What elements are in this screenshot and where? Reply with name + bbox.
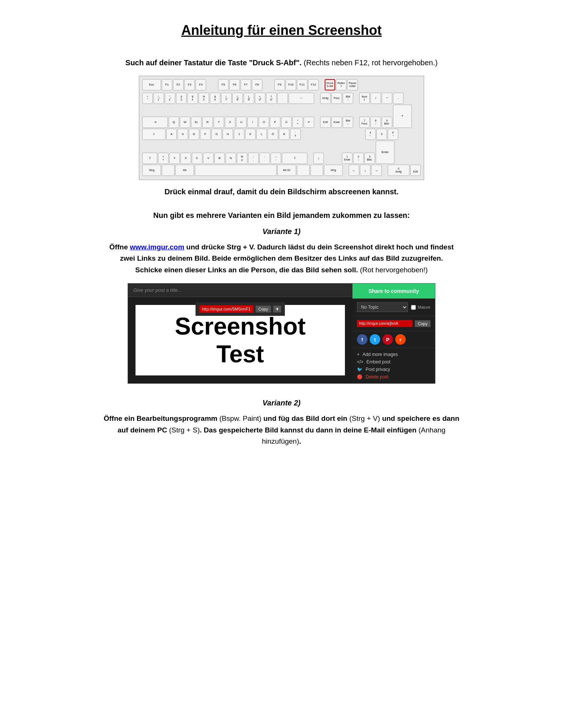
imgur-post-privacy[interactable]: 🐦 Post privacy	[357, 367, 431, 372]
key-win-r	[297, 165, 310, 176]
imgur-share-button[interactable]: Share to community	[352, 284, 435, 299]
variants-intro: Nun gibt es mehrere Varianten ein Bild j…	[45, 211, 518, 220]
key-backspace: ←	[289, 93, 314, 104]
key-w: W	[180, 117, 190, 128]
reddit-share-icon[interactable]: r	[395, 334, 406, 345]
key-left: ←	[349, 165, 359, 176]
imgur-delete-post[interactable]: 🔴 Delete post	[357, 374, 431, 380]
gap2	[263, 79, 274, 90]
imgur-link[interactable]: www.imgur.com	[130, 243, 184, 251]
variant2-part1: Öffne ein Bearbeitungsprogramm	[104, 414, 217, 422]
delete-icon: 🔴	[357, 374, 363, 380]
imgur-social-row: f t P r	[352, 331, 435, 348]
key-1: !1²	[154, 93, 164, 104]
key-esc: Esc	[142, 79, 161, 90]
imgur-topic-select[interactable]: No Topic	[357, 302, 408, 312]
add-images-icon: +	[357, 352, 360, 357]
key-t: T	[214, 117, 224, 128]
key-v: V	[203, 153, 214, 164]
twitter-share-icon[interactable]: t	[370, 334, 380, 345]
key-k: K	[245, 129, 256, 140]
imgur-mature-row: Mature	[411, 305, 431, 310]
key-f4: F4	[196, 79, 206, 90]
key-num: Num⇧	[359, 93, 370, 104]
key-q: Q	[169, 117, 179, 128]
imgur-title-bar: Give your post a title...	[128, 284, 352, 297]
variant2-text: Öffne ein Bearbeitungsprogramm (Bspw. Pa…	[45, 413, 518, 447]
key-hash: '#	[290, 129, 301, 140]
key-ende: Ende	[331, 117, 342, 128]
imgur-add-images-label: Add more images	[363, 352, 398, 357]
key-win	[162, 165, 175, 176]
key-f: F	[200, 129, 211, 140]
variant2-part4-normal: (Strg + S)	[167, 426, 200, 434]
facebook-share-icon[interactable]: f	[357, 334, 367, 345]
variant1-part4-normal: (Rot hervorgehoben!)	[358, 266, 428, 274]
key-f9: F9	[274, 79, 285, 90]
key-o: O	[259, 117, 269, 128]
key-num-slash: /	[370, 93, 381, 104]
key-b: B	[214, 153, 225, 164]
imgur-mature-checkbox[interactable]	[411, 305, 416, 310]
key-dash: –-	[271, 153, 281, 164]
variant2-part2-normal: (Strg + V)	[347, 414, 382, 422]
imgur-right-panel: Share to community No Topic Mature http:…	[352, 284, 435, 383]
intro-normal: (Rechts neben F12, rot hervorgehoben.)	[302, 59, 438, 67]
key-alt-l: Alt	[175, 165, 194, 176]
key-n: N	[226, 153, 236, 164]
key-z: Z	[225, 117, 235, 128]
key-x: X	[181, 153, 191, 164]
imgur-mockup: Give your post a title... http://imgur.c…	[128, 283, 435, 384]
key-komma-num: ,Entf	[410, 165, 421, 176]
key-f2: F2	[173, 79, 184, 90]
imgur-copy-btn1[interactable]: Copy	[256, 306, 271, 312]
key-c: C	[192, 153, 202, 164]
key-druck: DruckS-Abf	[325, 79, 335, 90]
key-caps: ⇪	[142, 129, 166, 140]
key-num-minus: -	[393, 93, 403, 104]
key-e: E€	[191, 117, 202, 128]
key-a: A	[166, 129, 177, 140]
key-down: ↓	[360, 165, 370, 176]
section-keyboard: Such auf deiner Tastatur die Taste "Druc…	[45, 57, 518, 196]
key-j: J	[234, 129, 244, 140]
key-bild-down: Bild↓	[343, 117, 353, 128]
key-h: H	[223, 129, 233, 140]
key-d: D	[189, 129, 199, 140]
key-2-num: 2↓	[353, 153, 364, 164]
variant1-part3: zwei Links zu deinem Bild. Beide ermögli…	[120, 254, 443, 262]
key-comma: ;,	[248, 153, 259, 164]
pinterest-share-icon[interactable]: P	[382, 334, 393, 345]
key-5-num: 5	[376, 129, 387, 140]
imgur-chevron-btn[interactable]: ▼	[273, 306, 281, 312]
imgur-link-row: http://imgur.com/a/jlxnA Copy	[352, 316, 435, 331]
imgur-embed-label: Embed post	[366, 359, 390, 365]
imgur-embed-post[interactable]: </> Embed post	[357, 359, 431, 365]
key-up: ↑	[313, 153, 324, 164]
key-ss: ?ß\	[266, 93, 277, 104]
imgur-add-images[interactable]: + Add more images	[357, 352, 431, 357]
key-m: Mμ	[237, 153, 247, 164]
key-8: (8[	[232, 93, 243, 104]
variant2-part6: hinzufügen)	[262, 437, 299, 445]
intro-bold: Such auf deiner Tastatur die Taste "Druc…	[125, 59, 301, 67]
key-r: R	[202, 117, 213, 128]
key-entf: Entf	[320, 117, 331, 128]
key-strg-l: Strg	[142, 165, 161, 176]
key-f1: F1	[162, 79, 172, 90]
key-caret: ^°	[142, 93, 153, 104]
variant2-part5-normal: (Anhang	[417, 426, 446, 434]
imgur-mature-label: Mature	[418, 305, 431, 309]
key-4: $4	[187, 93, 198, 104]
key-oe: Ö	[268, 129, 278, 140]
key-f12: F12	[308, 79, 319, 90]
gap1	[207, 79, 217, 90]
key-enter: Enter	[376, 141, 394, 164]
imgur-copy-btn2[interactable]: Copy	[415, 320, 431, 327]
key-u: U	[236, 117, 247, 128]
key-pos1: Pos1	[331, 93, 342, 104]
key-0-num: 0Einfg	[388, 165, 409, 176]
key-s: S	[178, 129, 188, 140]
imgur-image-area: http://imgur.com/5MSrmF1 Copy ▼ Screensh…	[128, 297, 352, 383]
key-6: &6	[210, 93, 220, 104]
